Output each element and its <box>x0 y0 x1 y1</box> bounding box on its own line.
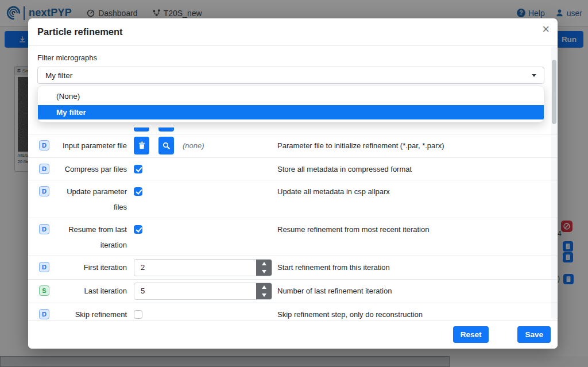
d-badge: D <box>39 140 49 150</box>
param-description: Number of last refinement iteration <box>277 283 548 299</box>
occluded-button-fragment <box>134 128 149 132</box>
param-label: Skip refinement <box>55 307 127 320</box>
stepper-down-icon[interactable] <box>256 268 272 276</box>
param-label: Compress par files <box>55 161 127 177</box>
row-update-parameter-files: D Update parameter files Update all meta… <box>28 180 558 218</box>
reset-button[interactable]: Reset <box>453 326 489 343</box>
first-iteration-input[interactable] <box>134 259 272 276</box>
s-badge: S <box>39 285 49 296</box>
number-stepper <box>256 283 272 299</box>
param-label: Last iteration <box>55 283 127 299</box>
param-description: Parameter file to initialize refinement … <box>277 138 548 153</box>
number-stepper <box>256 260 272 276</box>
filter-select-value: My filter <box>45 71 72 80</box>
d-badge: D <box>39 309 49 319</box>
stepper-up-icon[interactable] <box>256 283 272 291</box>
row-compress-par-files: D Compress par files Store all metadata … <box>28 158 558 180</box>
param-label: Resume from last iteration <box>55 222 127 253</box>
chevron-down-icon <box>532 74 536 77</box>
param-description: Start refinement from this iteration <box>277 260 548 275</box>
parameter-rows: D Input parameter file <box>28 134 558 320</box>
param-description: Resume refinement from most recent itera… <box>277 222 548 237</box>
dialog-title: Particle refinement <box>37 26 123 37</box>
stepper-down-icon[interactable] <box>256 291 272 299</box>
param-description: Update all metadata in csp allparx <box>277 184 548 199</box>
clear-file-button[interactable] <box>134 137 149 154</box>
stepper-up-icon[interactable] <box>256 260 272 268</box>
checkbox[interactable] <box>134 310 142 319</box>
browse-file-button[interactable] <box>158 137 174 154</box>
occluded-button-fragment <box>158 128 174 132</box>
row-input-parameter-file: D Input parameter file <box>28 134 558 158</box>
file-value: (none) <box>183 138 204 154</box>
search-icon <box>163 142 170 149</box>
dropdown-option-my-filter[interactable]: My filter <box>38 105 544 119</box>
dialog-footer: Reset Save <box>28 320 558 349</box>
filter-select[interactable]: My filter <box>37 67 544 84</box>
modal-scrollbar-thumb[interactable] <box>552 60 556 124</box>
filter-micrographs-label: Filter micrographs <box>37 53 97 62</box>
filter-dropdown-menu: (None) My filter <box>37 86 544 122</box>
first-iteration-field <box>134 259 272 276</box>
checkbox[interactable] <box>134 187 142 196</box>
last-iteration-field <box>134 283 272 300</box>
checkbox[interactable] <box>134 225 142 234</box>
dialog-header: Particle refinement × <box>28 18 558 46</box>
param-label: Input parameter file <box>55 138 127 153</box>
param-description: Store all metadata in compressed format <box>277 161 548 177</box>
dropdown-option-none[interactable]: (None) <box>38 87 544 105</box>
param-label: First iteration <box>55 260 127 275</box>
d-badge: D <box>39 262 49 272</box>
row-resume-from-last-iteration: D Resume from last iteration Resume refi… <box>28 218 558 256</box>
close-icon[interactable]: × <box>542 23 550 36</box>
trash-icon <box>138 141 145 149</box>
last-iteration-input[interactable] <box>134 283 272 300</box>
row-skip-refinement: D Skip refinement Skip refinement step, … <box>28 303 558 320</box>
d-badge: D <box>39 186 49 196</box>
particle-refinement-dialog: Particle refinement × Filter micrographs… <box>28 18 558 349</box>
d-badge: D <box>39 164 49 174</box>
row-last-iteration: S Last iteration Number of last refineme… <box>28 280 558 303</box>
d-badge: D <box>39 224 49 234</box>
row-first-iteration: D First iteration Start refinement from … <box>28 256 558 280</box>
param-label: Update parameter files <box>55 184 127 215</box>
checkbox[interactable] <box>134 165 142 173</box>
param-description: Skip refinement step, only do reconstruc… <box>277 307 548 320</box>
dialog-body: Filter micrographs My filter (None) My f… <box>28 46 558 320</box>
save-button[interactable]: Save <box>517 326 551 343</box>
